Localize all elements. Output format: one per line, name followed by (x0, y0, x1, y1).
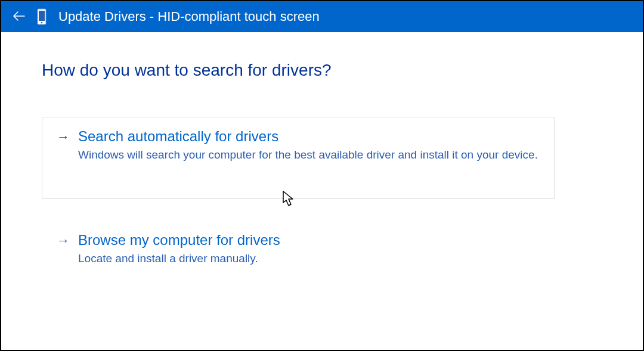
option-title: Browse my computer for drivers (78, 232, 540, 249)
svg-rect-1 (39, 11, 45, 21)
device-icon (37, 8, 47, 25)
page-heading: How do you want to search for drivers? (42, 61, 607, 80)
option-browse-computer[interactable]: → Browse my computer for drivers Locate … (42, 220, 555, 281)
arrow-left-icon (13, 11, 25, 21)
svg-point-2 (41, 22, 43, 24)
option-description: Windows will search your computer for th… (78, 147, 540, 163)
option-description: Locate and install a driver manually. (78, 251, 540, 266)
titlebar: Update Drivers - HID-compliant touch scr… (1, 1, 643, 32)
option-title: Search automatically for drivers (78, 128, 540, 145)
arrow-right-icon: → (57, 128, 70, 147)
back-button[interactable] (13, 10, 25, 23)
option-search-automatically[interactable]: → Search automatically for drivers Windo… (42, 117, 555, 199)
content-area: How do you want to search for drivers? →… (1, 32, 643, 281)
titlebar-title: Update Drivers - HID-compliant touch scr… (58, 9, 320, 24)
arrow-right-icon: → (57, 232, 70, 250)
